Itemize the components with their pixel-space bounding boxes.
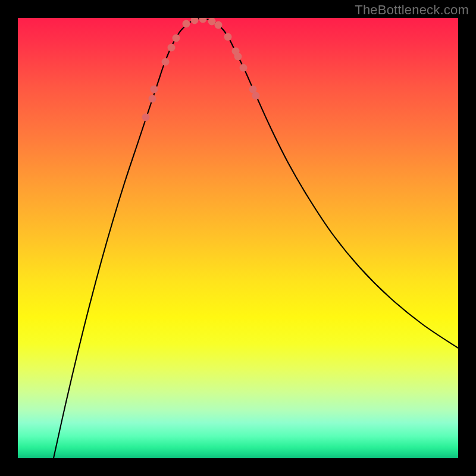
curve-marker xyxy=(183,20,190,28)
curve-marker xyxy=(199,18,207,23)
curve-marker xyxy=(208,18,216,26)
curve-marker xyxy=(162,58,170,66)
curve-marker xyxy=(149,95,156,103)
curve-marker xyxy=(252,92,260,100)
curve-markers xyxy=(142,18,260,121)
watermark-text: TheBottleneck.com xyxy=(355,2,469,18)
curve-marker xyxy=(234,53,242,61)
curve-marker xyxy=(151,86,158,93)
curve-marker xyxy=(224,33,232,41)
curve-line xyxy=(54,18,458,458)
curve-marker xyxy=(173,35,180,42)
curve-marker xyxy=(215,21,223,29)
curve-marker xyxy=(142,114,150,121)
chart-svg xyxy=(18,18,458,458)
curve-marker xyxy=(191,18,199,24)
curve-marker xyxy=(240,64,248,72)
curve-marker xyxy=(168,44,176,52)
chart-frame: TheBottleneck.com xyxy=(0,0,476,476)
plot-area xyxy=(18,18,458,458)
